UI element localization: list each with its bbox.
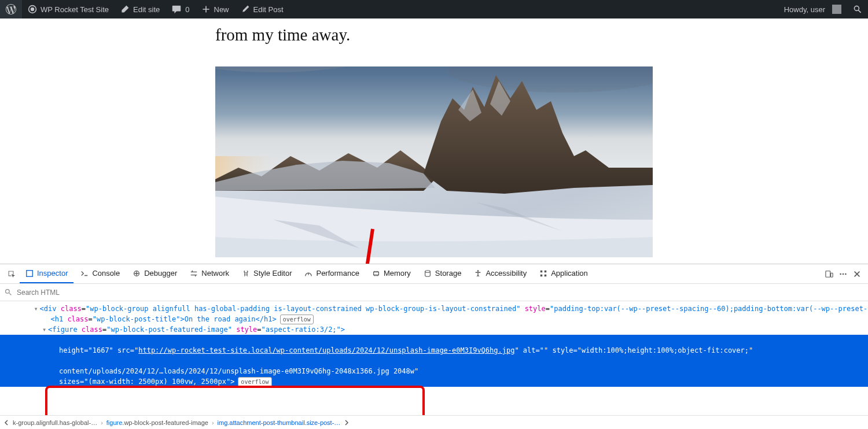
devtools-tabs: Inspector Console Debugger Network Style…: [0, 264, 868, 284]
tab-inspector[interactable]: Inspector: [20, 264, 73, 283]
svg-rect-12: [545, 270, 547, 272]
search-icon-button[interactable]: [847, 0, 868, 19]
page-content: from my time away.: [0, 19, 868, 264]
svg-point-10: [477, 270, 479, 272]
site-name-link[interactable]: WP Rocket Test Site: [22, 0, 115, 19]
featured-image: [215, 66, 653, 257]
site-name-label: WP Rocket Test Site: [41, 5, 109, 14]
svg-point-17: [840, 273, 841, 275]
crumb[interactable]: figure.wp-block-post-featured-image: [104, 419, 211, 426]
tab-console[interactable]: Console: [75, 264, 126, 283]
svg-rect-15: [826, 271, 830, 277]
dom-tree[interactable]: ▾<div class="wp-block-group alignfull ha…: [0, 301, 868, 415]
new-content-link[interactable]: New: [196, 0, 235, 19]
search-html-input[interactable]: [17, 289, 868, 297]
edit-post-link[interactable]: Edit Post: [235, 0, 289, 19]
howdy-text: Howdy, user: [784, 5, 825, 14]
tab-debugger[interactable]: Debugger: [127, 264, 183, 283]
edit-site-label: Edit site: [133, 5, 160, 14]
comments-link[interactable]: 0: [165, 0, 195, 19]
svg-rect-8: [374, 272, 379, 275]
page-text: from my time away.: [215, 25, 868, 45]
svg-rect-6: [27, 270, 33, 276]
dom-node[interactable]: <h1 class="wp-block-post-title">On the r…: [0, 314, 868, 324]
annotation-highlight-box: [45, 386, 425, 415]
dom-panel: ▾<div class="wp-block-group alignfull ha…: [0, 284, 868, 429]
search-icon: [5, 289, 12, 296]
dom-search-bar: [0, 284, 868, 301]
dom-node[interactable]: ▾<div class="wp-block-group alignfull ha…: [0, 304, 868, 314]
svg-point-19: [845, 273, 847, 275]
mountain-photo: [215, 66, 653, 257]
crumb-active[interactable]: img.attachment-post-thumbnail.size-post-…: [215, 419, 343, 426]
comments-count: 0: [185, 5, 189, 14]
new-label: New: [214, 5, 229, 14]
tab-network[interactable]: Network: [184, 264, 235, 283]
dom-selected-node[interactable]: height="1667" src="http://wp-rocket-test…: [0, 335, 868, 387]
tab-storage[interactable]: Storage: [418, 264, 468, 283]
kebab-menu-icon[interactable]: [839, 270, 847, 278]
tab-application[interactable]: Application: [534, 264, 594, 283]
close-icon[interactable]: [853, 270, 861, 278]
wp-logo[interactable]: [0, 0, 22, 19]
breadcrumb: k-group.alignfull.has-global-… › figure.…: [0, 415, 868, 429]
svg-rect-11: [540, 270, 543, 272]
dom-node[interactable]: ▾<figure class="wp-block-post-featured-i…: [0, 324, 868, 335]
tab-memory[interactable]: Memory: [366, 264, 417, 283]
svg-point-18: [843, 273, 844, 275]
svg-point-9: [425, 270, 430, 272]
user-menu[interactable]: Howdy, user: [778, 0, 847, 19]
tab-accessibility[interactable]: Accessibility: [468, 264, 532, 283]
crumb[interactable]: k-group.alignfull.has-global-…: [10, 419, 100, 426]
edit-post-label: Edit Post: [253, 5, 284, 14]
responsive-mode-icon[interactable]: [825, 270, 833, 278]
tab-style-editor[interactable]: Style Editor: [236, 264, 297, 283]
svg-rect-14: [545, 274, 547, 276]
wp-admin-bar: WP Rocket Test Site Edit site 0 New Edit…: [0, 0, 868, 19]
svg-rect-13: [540, 274, 543, 276]
svg-point-20: [6, 290, 10, 294]
avatar: [832, 5, 841, 14]
breadcrumb-next-icon[interactable]: [344, 420, 350, 426]
element-picker-button[interactable]: [3, 264, 19, 283]
edit-site-link[interactable]: Edit site: [115, 0, 165, 19]
breadcrumb-prev-icon[interactable]: [3, 420, 9, 426]
svg-rect-16: [831, 273, 833, 277]
devtools: Inspector Console Debugger Network Style…: [0, 264, 868, 429]
tab-performance[interactable]: Performance: [299, 264, 365, 283]
